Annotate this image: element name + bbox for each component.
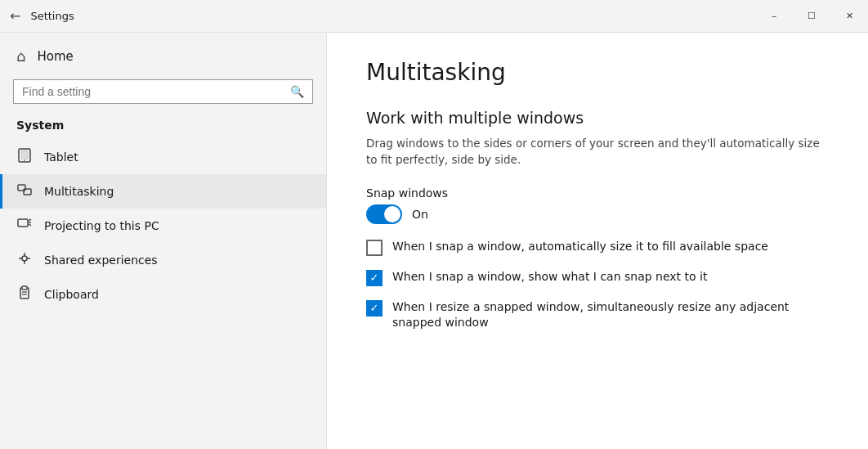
snap-toggle[interactable] xyxy=(366,204,402,224)
svg-line-6 xyxy=(29,219,31,221)
search-input[interactable] xyxy=(22,85,290,98)
snap-label: Snap windows xyxy=(366,186,829,200)
tablet-icon xyxy=(16,148,33,166)
svg-rect-5 xyxy=(18,219,28,227)
back-button[interactable]: ← xyxy=(10,8,20,24)
sidebar-item-clipboard[interactable]: Clipboard xyxy=(0,277,326,312)
svg-point-9 xyxy=(22,256,27,261)
checkbox-resize-adjacent-label: When I resize a snapped window, simultan… xyxy=(392,299,829,331)
sidebar-item-multitasking[interactable]: Multitasking xyxy=(0,174,326,209)
checkbox-auto-size[interactable] xyxy=(366,240,383,256)
snap-toggle-row: On xyxy=(366,204,829,224)
checkbox-resize-adjacent[interactable] xyxy=(366,300,383,317)
sidebar-item-shared[interactable]: Shared experiences xyxy=(0,243,326,277)
checkbox-row-resize-adjacent: When I resize a snapped window, simultan… xyxy=(366,299,829,331)
checkbox-show-next-label: When I snap a window, show what I can sn… xyxy=(392,269,707,285)
sidebar-item-label: Shared experiences xyxy=(44,254,158,267)
search-box[interactable]: 🔍 xyxy=(13,79,313,104)
section-description: Drag windows to the sides or corners of … xyxy=(366,135,829,168)
sidebar: ⌂ Home 🔍 System Tablet xyxy=(0,33,327,449)
restore-button[interactable]: ☐ xyxy=(793,0,830,33)
multitasking-icon xyxy=(16,182,33,200)
home-icon: ⌂ xyxy=(16,47,25,65)
svg-point-2 xyxy=(24,159,25,161)
close-button[interactable]: ✕ xyxy=(830,0,868,33)
search-icon: 🔍 xyxy=(290,85,304,98)
content-area: Multitasking Work with multiple windows … xyxy=(327,33,868,449)
sidebar-item-label: Clipboard xyxy=(44,288,99,301)
toggle-thumb xyxy=(384,206,400,222)
title-bar-title: Settings xyxy=(30,10,74,22)
title-bar-left: ← Settings xyxy=(10,8,74,24)
sidebar-item-projecting[interactable]: Projecting to this PC xyxy=(0,209,326,243)
svg-rect-1 xyxy=(21,150,28,159)
sidebar-section-title: System xyxy=(0,115,326,140)
sidebar-item-label: Tablet xyxy=(44,150,78,164)
section-title: Work with multiple windows xyxy=(366,109,829,127)
sidebar-home-label: Home xyxy=(37,49,73,64)
checkbox-row-show-next: When I snap a window, show what I can sn… xyxy=(366,269,829,286)
sidebar-item-label: Projecting to this PC xyxy=(44,219,159,232)
checkbox-show-next[interactable] xyxy=(366,270,383,286)
svg-rect-15 xyxy=(22,286,27,290)
title-bar-controls: − ☐ ✕ xyxy=(755,0,868,33)
page-title: Multitasking xyxy=(366,59,829,86)
checkbox-auto-size-label: When I snap a window, automatically size… xyxy=(392,239,768,255)
svg-line-7 xyxy=(29,224,31,226)
clipboard-icon xyxy=(16,285,33,303)
sidebar-item-tablet[interactable]: Tablet xyxy=(0,140,326,174)
minimize-button[interactable]: − xyxy=(755,0,793,33)
checkbox-row-auto-size: When I snap a window, automatically size… xyxy=(366,239,829,256)
main-layout: ⌂ Home 🔍 System Tablet xyxy=(0,33,868,449)
shared-icon xyxy=(16,251,33,269)
projecting-icon xyxy=(16,217,33,235)
title-bar: ← Settings − ☐ ✕ xyxy=(0,0,868,33)
sidebar-item-label: Multitasking xyxy=(44,185,114,198)
sidebar-item-home[interactable]: ⌂ Home xyxy=(0,39,326,73)
toggle-state-label: On xyxy=(412,208,428,221)
